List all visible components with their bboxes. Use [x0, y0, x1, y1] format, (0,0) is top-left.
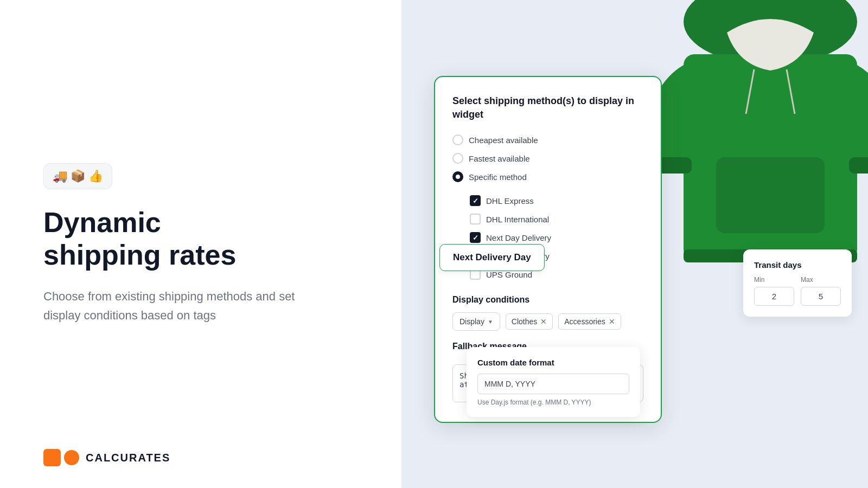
- next-delivery-badge: Next Delivery Day: [439, 244, 545, 271]
- radio-fastest-button[interactable]: [452, 153, 463, 164]
- checkbox-dhl-express[interactable]: ✓ DHL Express: [470, 195, 643, 206]
- logo-circle-icon: [64, 450, 79, 465]
- tag-accessories: Accessories ✕: [558, 313, 621, 330]
- tag-clothes: Clothes ✕: [506, 313, 553, 330]
- checkbox-dhl-express-box[interactable]: ✓: [470, 195, 481, 206]
- radio-group: Cheapest available Fastest available Spe…: [452, 134, 643, 182]
- svg-rect-2: [716, 157, 825, 233]
- display-select[interactable]: Display ▼: [452, 312, 500, 331]
- radio-cheapest-button[interactable]: [452, 134, 463, 145]
- logo-square-icon: [43, 449, 61, 466]
- card-title: Select shipping method(s) to display in …: [452, 94, 643, 121]
- logo-area: CALCURATES: [43, 449, 170, 466]
- date-format-title: Custom date format: [477, 358, 629, 367]
- radio-specific-dot: [456, 175, 460, 179]
- transit-max-label: Max: [801, 276, 841, 284]
- transit-max-field: Max: [801, 276, 841, 306]
- radio-fastest-label: Fastest available: [469, 154, 530, 163]
- checkbox-next-day[interactable]: ✓ Next Day Delivery: [470, 232, 643, 243]
- checkbox-dhl-intl[interactable]: DHL International: [470, 214, 643, 224]
- transit-days-card: Transit days Min Max: [743, 249, 852, 317]
- transit-min-input[interactable]: [754, 287, 794, 306]
- checkbox-dhl-express-label: DHL Express: [486, 196, 534, 206]
- right-panel: Select shipping method(s) to display in …: [401, 0, 868, 488]
- checkbox-dhl-intl-label: DHL International: [486, 215, 549, 224]
- transit-min-label: Min: [754, 276, 794, 284]
- display-row: Display ▼ Clothes ✕ Accessories ✕: [452, 312, 643, 331]
- display-select-label: Display: [459, 317, 484, 326]
- tag-accessories-close[interactable]: ✕: [609, 317, 615, 326]
- checkbox-next-day-box[interactable]: ✓: [470, 232, 481, 243]
- display-conditions-section: Display conditions Display ▼ Clothes ✕ A…: [452, 295, 643, 331]
- transit-row: Min Max: [754, 276, 841, 306]
- left-panel: 🚚 📦 👍 Dynamic shipping rates Choose from…: [0, 0, 401, 488]
- emoji-badge: 🚚 📦 👍: [43, 163, 112, 189]
- checkbox-dhl-intl-box[interactable]: [470, 214, 481, 224]
- logo-icons: [43, 449, 79, 466]
- truck-emoji: 🚚: [53, 169, 67, 183]
- checkbox-next-day-label: Next Day Delivery: [486, 233, 551, 242]
- radio-specific[interactable]: Specific method: [452, 171, 643, 182]
- thumbs-up-emoji: 👍: [88, 169, 103, 183]
- tag-clothes-label: Clothes: [512, 317, 537, 326]
- logo-text: CALCURATES: [86, 452, 170, 464]
- display-conditions-title: Display conditions: [452, 295, 643, 305]
- box-emoji: 📦: [71, 169, 85, 183]
- tag-accessories-label: Accessories: [564, 317, 605, 326]
- radio-fastest[interactable]: Fastest available: [452, 153, 643, 164]
- svg-rect-6: [849, 157, 868, 174]
- hero-title: Dynamic shipping rates: [43, 207, 358, 272]
- checkbox-ups-label: UPS Ground: [486, 270, 532, 279]
- tag-clothes-close[interactable]: ✕: [540, 317, 547, 326]
- transit-min-field: Min: [754, 276, 794, 306]
- checkmark-icon: ✓: [473, 234, 478, 241]
- radio-specific-button[interactable]: [452, 171, 463, 182]
- chevron-down-icon: ▼: [488, 319, 493, 325]
- hoodie-image: [656, 0, 868, 287]
- radio-specific-label: Specific method: [469, 172, 527, 182]
- date-format-card: Custom date format Use Day.js format (e.…: [467, 347, 640, 417]
- transit-max-input[interactable]: [801, 287, 841, 306]
- checkmark-icon: ✓: [473, 197, 478, 204]
- hero-subtitle: Choose from existing shipping methods an…: [43, 287, 315, 325]
- radio-cheapest[interactable]: Cheapest available: [452, 134, 643, 145]
- radio-cheapest-label: Cheapest available: [469, 136, 538, 145]
- date-format-input[interactable]: [477, 374, 629, 394]
- next-delivery-label: Next Delivery Day: [453, 252, 531, 262]
- date-format-hint: Use Day.js format (e.g. MMM D, YYYY): [477, 399, 629, 406]
- transit-title: Transit days: [754, 260, 841, 269]
